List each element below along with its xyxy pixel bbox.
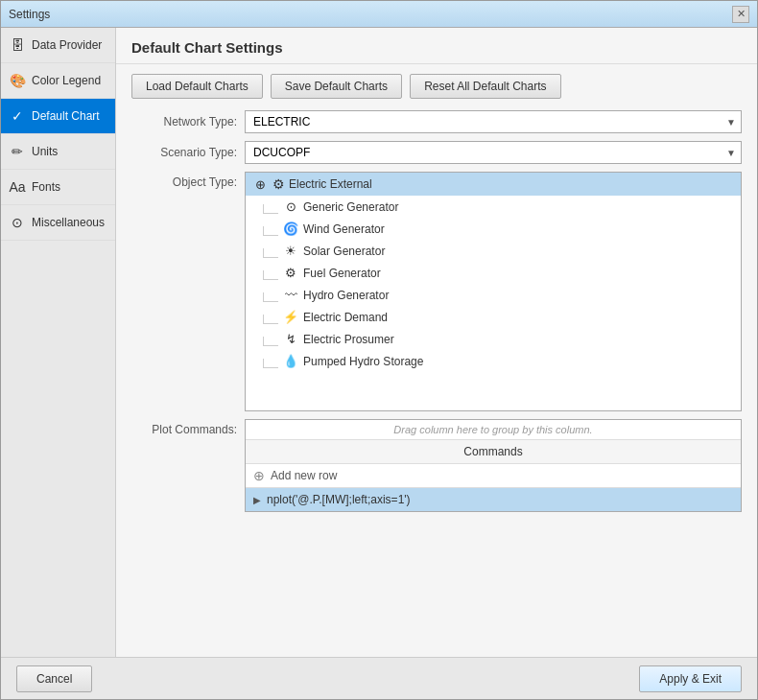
tree-line	[263, 226, 278, 236]
sidebar: 🗄 Data Provider 🎨 Color Legend ✓ Default…	[1, 28, 116, 657]
tree-line	[263, 292, 278, 302]
load-default-charts-button[interactable]: Load Default Charts	[131, 74, 263, 99]
fuel-generator-icon: ⚙	[282, 266, 299, 280]
tree-item-label: Hydro Generator	[303, 289, 735, 302]
right-panel: Default Chart Settings Load Default Char…	[116, 28, 757, 657]
sidebar-item-data-provider[interactable]: 🗄 Data Provider	[1, 28, 115, 63]
add-new-row-label: Add new row	[271, 469, 337, 482]
network-type-label: Network Type:	[131, 115, 237, 128]
sidebar-item-default-chart[interactable]: ✓ Default Chart	[1, 99, 115, 134]
buttons-row: Load Default Charts Save Default Charts …	[131, 74, 742, 99]
default-chart-icon: ✓	[9, 108, 26, 124]
tree-item-solar-generator[interactable]: ☀ Solar Generator	[246, 240, 741, 262]
solar-generator-icon: ☀	[282, 244, 299, 258]
apply-exit-button[interactable]: Apply & Exit	[639, 665, 742, 692]
sidebar-item-label: Data Provider	[32, 38, 102, 52]
sidebar-item-color-legend[interactable]: 🎨 Color Legend	[1, 63, 115, 99]
miscellaneous-icon: ⊙	[9, 215, 26, 230]
add-icon: ⊕	[253, 468, 265, 483]
sidebar-item-label: Units	[32, 145, 58, 158]
close-button[interactable]: ✕	[732, 6, 749, 23]
plot-commands-label: Plot Commands:	[131, 419, 237, 436]
sidebar-item-fonts[interactable]: Aa Fonts	[1, 170, 115, 205]
tree-item-generic-generator[interactable]: ⊙ Generic Generator	[246, 196, 741, 218]
scenario-type-select[interactable]: DCUCOPF ACPF OPF	[245, 141, 742, 164]
tree-item-fuel-generator[interactable]: ⚙ Fuel Generator	[246, 262, 741, 284]
tree-line	[263, 359, 278, 368]
tree-item-label: Solar Generator	[303, 245, 735, 258]
sidebar-item-miscellaneous[interactable]: ⊙ Miscellaneous	[1, 205, 115, 241]
pumped-hydro-storage-icon: 💧	[282, 354, 299, 368]
scenario-type-row: Scenario Type: DCUCOPF ACPF OPF ▼	[131, 141, 742, 164]
object-type-section: Object Type: ⊕ ⚙ Electric External ⊙	[131, 172, 742, 411]
tree-item-hydro-generator[interactable]: 〰 Hydro Generator	[246, 284, 741, 306]
save-default-charts-button[interactable]: Save Default Charts	[271, 74, 402, 99]
network-type-select[interactable]: ELECTRIC GAS WATER	[245, 110, 742, 133]
tree-line	[263, 337, 278, 346]
tree-item-label: Electric Prosumer	[303, 333, 735, 346]
reset-all-default-charts-button[interactable]: Reset All Default Charts	[410, 74, 560, 99]
tree-item-label: Generic Generator	[303, 200, 735, 214]
cancel-button[interactable]: Cancel	[16, 665, 92, 692]
sidebar-item-label: Default Chart	[32, 109, 100, 123]
tree-item-label: Electric Demand	[303, 311, 735, 324]
expand-row-icon: ▶	[253, 495, 261, 505]
hydro-generator-icon: 〰	[282, 288, 299, 302]
object-type-label: Object Type:	[131, 172, 237, 189]
tree-line	[263, 204, 278, 214]
tree-item-label: Wind Generator	[303, 222, 735, 236]
electric-external-icon: ⚙	[272, 176, 285, 192]
wind-generator-icon: 🌀	[282, 222, 299, 236]
units-icon: ✏	[9, 144, 26, 159]
plot-commands-table: Drag column here to group by this column…	[245, 419, 742, 512]
sidebar-item-label: Color Legend	[32, 74, 101, 87]
sidebar-item-label: Fonts	[32, 180, 60, 194]
fonts-icon: Aa	[9, 179, 26, 195]
plot-command-row[interactable]: ▶ nplot('@.P.[MW];left;axis=1')	[246, 488, 741, 511]
tree-item-electric-prosumer[interactable]: ↯ Electric Prosumer	[246, 328, 741, 350]
window-title: Settings	[9, 8, 732, 21]
expand-collapse-icon: ⊕	[251, 177, 269, 192]
network-type-select-wrap: ELECTRIC GAS WATER ▼	[245, 110, 742, 133]
color-legend-icon: 🎨	[9, 73, 26, 88]
electric-demand-icon: ⚡	[282, 310, 299, 324]
tree-item-pumped-hydro-storage[interactable]: 💧 Pumped Hydro Storage	[246, 350, 741, 372]
plot-command-value: nplot('@.P.[MW];left;axis=1')	[267, 493, 411, 506]
panel-title: Default Chart Settings	[116, 28, 757, 64]
scenario-type-label: Scenario Type:	[131, 146, 237, 159]
sidebar-item-label: Miscellaneous	[32, 216, 105, 229]
sidebar-item-units[interactable]: ✏ Units	[1, 134, 115, 170]
object-type-tree[interactable]: ⊕ ⚙ Electric External ⊙ Generic Generato…	[245, 172, 742, 411]
main-content: 🗄 Data Provider 🎨 Color Legend ✓ Default…	[1, 28, 757, 657]
tree-item-electric-external[interactable]: ⊕ ⚙ Electric External	[246, 173, 741, 196]
tree-line	[263, 270, 278, 280]
generic-generator-icon: ⊙	[282, 199, 299, 214]
tree-line	[263, 248, 278, 258]
drag-hint-text: Drag column here to group by this column…	[246, 420, 741, 440]
network-type-row: Network Type: ELECTRIC GAS WATER ▼	[131, 110, 742, 133]
tree-item-label: Fuel Generator	[303, 267, 735, 280]
footer: Cancel Apply & Exit	[1, 657, 757, 699]
add-new-row-button[interactable]: ⊕ Add new row	[246, 464, 741, 488]
settings-window: Settings ✕ 🗄 Data Provider 🎨 Color Legen…	[0, 0, 758, 700]
tree-line	[263, 315, 278, 324]
tree-item-label: Electric External	[289, 177, 735, 191]
commands-column-header: Commands	[246, 440, 741, 464]
tree-item-electric-demand[interactable]: ⚡ Electric Demand	[246, 306, 741, 328]
electric-prosumer-icon: ↯	[282, 332, 299, 346]
title-bar: Settings ✕	[1, 1, 757, 28]
tree-item-wind-generator[interactable]: 🌀 Wind Generator	[246, 218, 741, 240]
data-provider-icon: 🗄	[9, 37, 26, 53]
scenario-type-select-wrap: DCUCOPF ACPF OPF ▼	[245, 141, 742, 164]
tree-item-label: Pumped Hydro Storage	[303, 355, 735, 368]
plot-commands-section: Plot Commands: Drag column here to group…	[131, 419, 742, 512]
panel-body: Load Default Charts Save Default Charts …	[116, 64, 757, 657]
